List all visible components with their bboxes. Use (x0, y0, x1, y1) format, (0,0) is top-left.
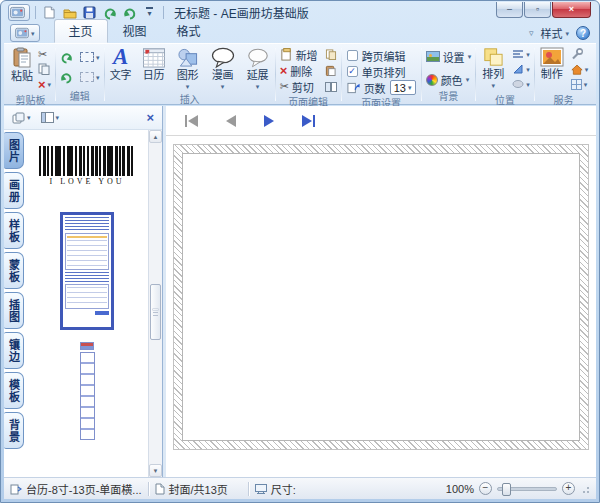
collapse-ribbon-icon[interactable]: ▿ (529, 28, 534, 38)
dropdown-arrow-icon: ▾ (27, 114, 31, 121)
thumbnail-barcode[interactable]: I LOVE YOU (39, 146, 135, 186)
align-button[interactable]: ▾ (510, 47, 532, 61)
panel-layout-dropdown-button[interactable]: ▾ (39, 111, 62, 124)
background-color-button[interactable]: 颜色 ▾ (424, 72, 472, 87)
dropdown-arrow-icon: ▾ (96, 54, 100, 61)
page-spread-button[interactable] (323, 80, 339, 94)
thumbnail-filmstrip-cap[interactable] (80, 342, 94, 350)
app-logo-icon (15, 27, 29, 39)
tab-label: 图片 (6, 139, 22, 163)
category-tab-background[interactable]: 背景 (4, 412, 24, 449)
tab-format[interactable]: 格式 (162, 19, 216, 43)
first-page-button[interactable] (182, 113, 201, 129)
help-button[interactable]: ? (576, 26, 590, 40)
category-tab-sample[interactable]: 样板 (4, 212, 24, 249)
rotate-button[interactable]: ▾ (510, 62, 532, 76)
category-tab-mask[interactable]: 蒙板 (4, 252, 24, 289)
page-paste-button[interactable] (323, 64, 339, 78)
page-add-icon (280, 48, 293, 61)
select-marquee-button[interactable]: ▾ (78, 50, 102, 64)
zoom-out-button[interactable]: − (479, 482, 492, 495)
tools-button[interactable] (569, 47, 591, 61)
previous-page-button[interactable] (223, 113, 239, 129)
category-tab-album[interactable]: 画册 (4, 172, 24, 209)
single-page-layout-checkbox[interactable]: ✓ 单页排列 (347, 64, 406, 79)
copy-button[interactable] (36, 62, 53, 76)
app-menu-button[interactable]: ▾ (10, 24, 40, 42)
tab-view[interactable]: 视图 (108, 19, 162, 43)
insert-shapes-button[interactable]: 图形 ▾ (173, 46, 203, 91)
cross-page-edit-checkbox[interactable]: 跨页编辑 (347, 48, 406, 63)
first-page-icon (185, 115, 187, 127)
thumbnail-filmstrip[interactable] (80, 352, 95, 440)
shadow-button[interactable]: ▾ (510, 77, 532, 91)
dropdown-arrow-icon: ▾ (48, 81, 52, 88)
zoom-slider-thumb[interactable] (502, 483, 511, 496)
page-canvas[interactable] (182, 153, 580, 441)
zoom-slider-track[interactable] (497, 487, 557, 491)
insert-extend-button[interactable]: 延展 ▾ (243, 46, 273, 91)
thumbnail-blue-form[interactable] (60, 212, 114, 330)
zoom-in-button[interactable]: + (562, 482, 575, 495)
last-page-button[interactable] (299, 113, 318, 129)
delete-button[interactable]: ×▾ (36, 77, 53, 91)
panel-pages-dropdown-button[interactable]: ▾ (10, 111, 33, 125)
page-add-button[interactable]: 新增 (278, 47, 320, 62)
select-object-button[interactable]: ▾ (78, 70, 102, 84)
restore-button[interactable]: ▫ (524, 2, 551, 18)
background-settings-button[interactable]: 设置 ▾ (424, 49, 474, 64)
close-button[interactable]: × (552, 2, 591, 18)
redo-edit-button[interactable] (58, 70, 75, 84)
selection-marquee-icon (80, 72, 94, 82)
layout-icon (41, 112, 54, 123)
page-delete-button[interactable]: × 删除 (278, 63, 320, 78)
page-navigation-bar (166, 106, 596, 136)
scroll-track[interactable] (149, 143, 162, 464)
undo-edit-button[interactable] (58, 50, 75, 64)
minimize-button[interactable]: – (496, 2, 523, 18)
shapes-icon (176, 47, 200, 68)
page-copy-button[interactable] (323, 48, 339, 62)
group-insert: A 文字 日历 图形 ▾ 漫画 ▾ (105, 45, 275, 104)
arrange-button[interactable]: 排列 ▾ (478, 46, 508, 90)
paste-button[interactable]: 粘贴 (8, 46, 36, 84)
page-count-label: 页数 (364, 80, 386, 96)
page-info-status[interactable]: 封面/共13页 (155, 481, 228, 497)
dropdown-arrow-icon: ▾ (468, 53, 472, 60)
undo-icon (60, 51, 73, 64)
background-color-label: 颜色 (441, 72, 463, 88)
scroll-thumb[interactable] (150, 284, 161, 340)
page-cut-label: 剪切 (292, 79, 314, 95)
insert-text-button[interactable]: A 文字 (107, 46, 135, 82)
tab-label: 画册 (6, 179, 22, 203)
home-button[interactable]: ▾ (569, 62, 591, 76)
page-count-icon (347, 82, 360, 94)
style-dropdown-button[interactable]: 样式 ▾ (540, 25, 569, 41)
page-cut-button[interactable]: ✂ 剪切 (278, 79, 320, 94)
next-page-button[interactable] (261, 113, 277, 129)
page-info: 封面/共13页 (169, 481, 228, 497)
category-tab-border[interactable]: 镶边 (4, 332, 24, 369)
shadow-ellipse-icon (512, 79, 524, 89)
insert-calendar-button[interactable]: 日历 (139, 46, 169, 83)
panel-close-button[interactable]: × (144, 111, 156, 124)
scroll-down-button[interactable]: ▼ (149, 464, 162, 477)
category-tab-illustration[interactable]: 插图 (4, 292, 24, 329)
insert-extend-label: 延展 (247, 69, 269, 82)
scroll-up-button[interactable]: ▲ (149, 130, 162, 143)
tab-home[interactable]: 主页 (54, 19, 108, 43)
group-label: 插入 (107, 91, 273, 107)
insert-comic-button[interactable]: 漫画 ▾ (207, 46, 239, 91)
dropdown-arrow-icon: ▾ (584, 81, 588, 88)
template-status[interactable]: 台历-8寸-13页-单面横... (10, 481, 142, 497)
app-logo-button[interactable] (8, 4, 30, 21)
window-controls: – ▫ × (496, 2, 591, 18)
cut-button[interactable]: ✂ (36, 47, 53, 61)
category-tab-template[interactable]: 模板 (4, 372, 24, 409)
resize-grip-icon[interactable] (580, 484, 590, 494)
category-tab-pictures[interactable]: 图片 (4, 132, 24, 169)
page-count-select[interactable]: 13 ▾ (390, 80, 416, 95)
make-button[interactable]: 制作 (537, 46, 567, 82)
grid-options-button[interactable]: ▾ (569, 77, 591, 91)
speech-bubble-outline-icon (246, 47, 270, 68)
